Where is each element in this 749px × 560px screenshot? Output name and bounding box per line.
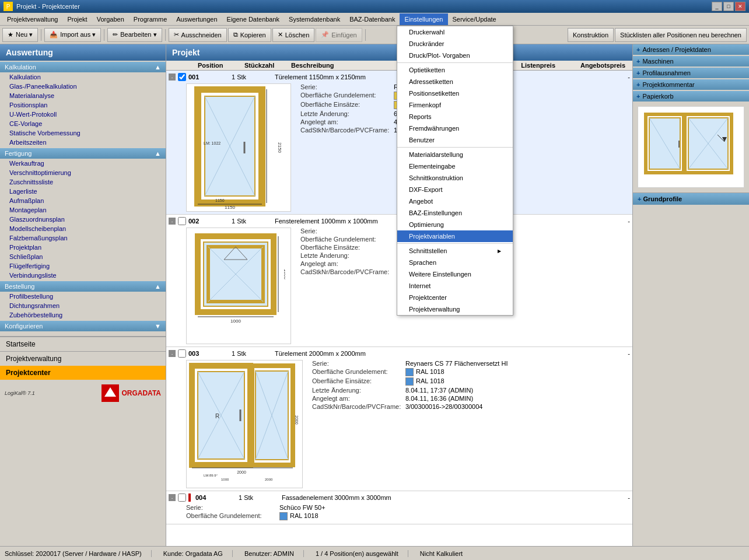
sidebar-item-glas-panel[interactable]: Glas-/Paneelkalkulation	[0, 82, 166, 91]
row-003-stk: 1 Stk	[232, 350, 272, 357]
konstruktion-button[interactable]: Konstruktion	[568, 28, 614, 42]
menu-internet[interactable]: Internet	[397, 280, 513, 292]
menu-druckraender[interactable]: Druckränder	[397, 38, 513, 50]
menu-baz-datenbank[interactable]: BAZ-Datenbank	[345, 13, 400, 25]
close-button[interactable]: ✕	[735, 2, 746, 11]
menu-positionsetiketten[interactable]: Positionsetiketten	[397, 88, 513, 99]
sidebar-item-materialanalyse[interactable]: Materialanalyse	[0, 91, 166, 100]
menu-projekt[interactable]: Projekt	[62, 13, 92, 25]
sidebar-item-kalkulation[interactable]: Kalkulation	[0, 72, 166, 82]
menu-service-update[interactable]: Service/Update	[448, 13, 501, 25]
menu-projektverwaltung[interactable]: Projektverwaltung	[2, 13, 62, 25]
menu-einstellungen[interactable]: Einstellungen	[400, 13, 447, 25]
value-angelegt-003: 8.04.11, 16:36 (ADMIN)	[405, 395, 630, 402]
sidebar-item-dichtungsrahmen[interactable]: Dichtungsrahmen	[0, 301, 166, 310]
menu-weitere-einstellungen[interactable]: Weitere Einstellungen	[397, 268, 513, 280]
sidebar-item-werkauftrag[interactable]: Werkauftrag	[0, 159, 166, 168]
row-004-header: - 004 1 Stk Fassadenelement 3000mm x 300…	[169, 494, 630, 502]
menu-dxf-export[interactable]: DXF-Export	[397, 184, 513, 195]
sidebar-section-fertigung[interactable]: Fertigung ▲	[0, 148, 166, 159]
cut-button[interactable]: ✂ Ausschneiden	[169, 28, 227, 42]
row-003-offer: -	[560, 350, 630, 357]
insert-button[interactable]: 📌 Einfügen	[316, 28, 362, 42]
sidebar-projektverwaltung[interactable]: Projektverwaltung	[0, 351, 166, 366]
menu-elementeingabe[interactable]: Elementeingabe	[397, 160, 513, 172]
grundprofile-header[interactable]: + Grundprofile	[633, 192, 749, 205]
sidebar-item-positionsplan[interactable]: Positionsplan	[0, 100, 166, 110]
minimize-button[interactable]: _	[712, 2, 722, 11]
menu-eigene-datenbank[interactable]: Eigene Datenbank	[222, 13, 285, 25]
sidebar-item-schliessplan[interactable]: Schließplan	[0, 252, 166, 261]
delete-button[interactable]: ✕ Löschen	[272, 28, 315, 42]
label-einsatz-002: Oberfläche Einsätze:	[300, 244, 394, 251]
sidebar-item-montageplan[interactable]: Montageplan	[0, 205, 166, 215]
edit-button[interactable]: ✏ Bearbeiten ▾	[107, 28, 162, 42]
row-004-checkbox[interactable]	[178, 494, 186, 502]
right-section-papierkorb-header[interactable]: + Papierkorb	[633, 91, 749, 102]
sidebar-section-bestellung[interactable]: Bestellung ▲	[0, 281, 166, 292]
menu-vorgaben[interactable]: Vorgaben	[92, 13, 129, 25]
row-001-checkbox[interactable]	[178, 73, 186, 81]
menu-baz-einstellungen[interactable]: BAZ-Einstellungen	[397, 207, 513, 219]
menu-fremdwaehrungen[interactable]: Fremdwährungen	[397, 123, 513, 134]
sidebar-item-profilbestellung[interactable]: Profilbestellung	[0, 292, 166, 301]
sidebar-item-statische[interactable]: Statische Vorbemessung	[0, 128, 166, 138]
menu-optimierung[interactable]: Optimierung	[397, 219, 513, 230]
sidebar-item-zubehoer[interactable]: Zubehörbestellung	[0, 310, 166, 320]
sidebar-section-kalkulation[interactable]: Kalkulation ▲	[0, 62, 166, 72]
new-button[interactable]: ★ Neu ▾	[2, 28, 38, 42]
menu-druck-plot[interactable]: Druck/Plot- Vorgaben	[397, 50, 513, 61]
menu-schnittstellen[interactable]: Schnittstellen	[397, 245, 513, 257]
row-002-checkbox[interactable]	[178, 217, 186, 225]
menu-systemdatenbank[interactable]: Systemdatenbank	[284, 13, 345, 25]
sidebar-item-falzbemass[interactable]: Falzbemaßungsplan	[0, 233, 166, 243]
menu-benutzer[interactable]: Benutzer	[397, 134, 513, 146]
sidebar-item-glaszuordnung[interactable]: Glaszuordnunsplan	[0, 215, 166, 224]
sidebar-item-fluegelfertig[interactable]: Flügelfertiging	[0, 261, 166, 271]
sidebar-item-verbindung[interactable]: Verbindungsliste	[0, 271, 166, 280]
menu-reports[interactable]: Reports	[397, 111, 513, 123]
menu-auswertungen[interactable]: Auswertungen	[172, 13, 222, 25]
sidebar-item-projektplan[interactable]: Projektplan	[0, 243, 166, 252]
import-button[interactable]: 📥 Import aus ▾	[44, 28, 101, 42]
menu-projektcenter-item[interactable]: Projektcenter	[397, 292, 513, 303]
menu-adressetiketten[interactable]: Adressetiketten	[397, 76, 513, 88]
menu-projektvariablen[interactable]: Projektvariablen	[397, 230, 513, 242]
menu-projektverwaltung-item[interactable]: Projektverwaltung	[397, 303, 513, 315]
sidebar-startseite[interactable]: Startseite	[0, 337, 166, 351]
sidebar-item-uwert[interactable]: U-Wert-Protokoll	[0, 110, 166, 119]
row-001-expander[interactable]: -	[169, 74, 176, 80]
menu-firmenkopf[interactable]: Firmenkopf	[397, 99, 513, 111]
menu-druckerwahl[interactable]: Druckerwahl	[397, 26, 513, 38]
sidebar-item-aufmassplan[interactable]: Aufmaßplan	[0, 196, 166, 205]
sidebar-item-arbeitszeiten[interactable]: Arbeitszeiten	[0, 138, 166, 147]
row-004-expander[interactable]: -	[169, 494, 176, 501]
label-angelegt-001: Angelegt am:	[300, 118, 394, 125]
right-section-profilausnahmen-header[interactable]: + Profilausnahmen	[633, 68, 749, 78]
sidebar-projektcenter[interactable]: Projektcenter	[0, 366, 166, 380]
sidebar-item-modellscheibe[interactable]: Modellscheibenplan	[0, 224, 166, 233]
sidebar-item-verschnitt[interactable]: Verschnittoptimierung	[0, 168, 166, 177]
sidebar-item-zuschnitt[interactable]: Zuschnittssliste	[0, 177, 166, 187]
menu-materialdarstellung[interactable]: Materialdarstellung	[397, 149, 513, 160]
menu-schnittkonstruktion[interactable]: Schnittkonstruktion	[397, 172, 513, 184]
row-002-expander[interactable]: -	[169, 218, 176, 225]
row-003-expander[interactable]: -	[169, 350, 176, 357]
row-003-checkbox[interactable]	[178, 349, 186, 358]
sidebar-item-lagerliste[interactable]: Lagerliste	[0, 187, 166, 196]
copy-button[interactable]: ⧉ Kopieren	[228, 28, 271, 42]
stuecklisten-button[interactable]: Stücklisten aller Positionen neu berechn…	[615, 28, 747, 42]
adressen-expand-icon: +	[636, 46, 640, 53]
menu-programme[interactable]: Programme	[129, 13, 172, 25]
right-section-maschinen-header[interactable]: + Maschinen	[633, 56, 749, 66]
kalkulation-label: Kalkulation	[5, 64, 36, 71]
right-section-projektkommentar-header[interactable]: + Projektkommentar	[633, 79, 749, 90]
menu-sprachen[interactable]: Sprachen	[397, 257, 513, 268]
sidebar-item-ce-vorlage[interactable]: CE-Vorlage	[0, 119, 166, 128]
restore-button[interactable]: □	[723, 2, 734, 11]
sidebar-section-konfigurieren[interactable]: Konfigurieren ▼	[0, 321, 166, 331]
menu-optietiketten[interactable]: Optietiketten	[397, 64, 513, 76]
menu-angebot[interactable]: Angebot	[397, 195, 513, 207]
konfigurieren-collapse-icon: ▼	[155, 323, 161, 330]
right-section-adressen-header[interactable]: + Adressen / Projektdaten	[633, 44, 749, 55]
